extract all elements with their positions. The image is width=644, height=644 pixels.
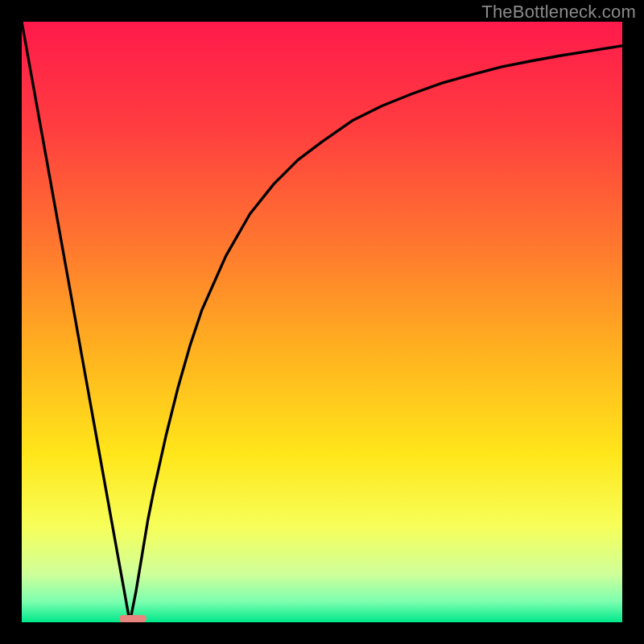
right-branch-curve bbox=[130, 46, 622, 622]
left-branch-curve bbox=[22, 22, 130, 622]
optimum-marker bbox=[119, 615, 147, 622]
plot-area bbox=[22, 22, 622, 622]
curve-layer bbox=[22, 22, 622, 622]
watermark-text: TheBottleneck.com bbox=[481, 2, 636, 23]
outer-frame: TheBottleneck.com bbox=[0, 0, 644, 644]
